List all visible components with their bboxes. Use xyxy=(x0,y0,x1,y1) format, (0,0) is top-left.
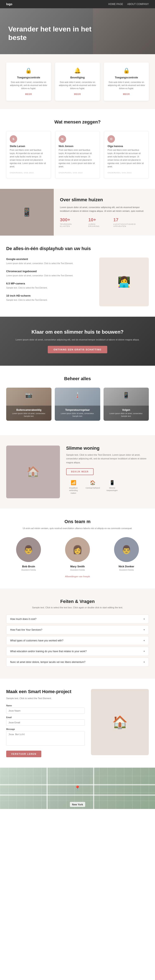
map-placeholder: 📍 New York xyxy=(0,768,155,809)
faq-question-4: What education and/or training do you ha… xyxy=(10,650,87,653)
faq-chevron-3: + xyxy=(144,639,145,642)
service-icon-label-3: Slimme toepassingen xyxy=(105,487,119,492)
cta-heading: Klaar om een slimmer huis te bouwen? xyxy=(6,329,149,335)
faq-item-2[interactable]: How Fast Are Your Services? + xyxy=(6,625,149,634)
team-heading: Ons team m xyxy=(6,519,149,524)
faq-question-5: Nunc sit amet dolor dolore, tempor iacul… xyxy=(10,661,85,663)
testimonial-2: N Nick Jonson Proin sed libero enim sed … xyxy=(55,131,100,178)
faq-chevron-1: + xyxy=(144,617,145,620)
feature-cards: 🔒 Toegangscontrole Duis aute dolor it am… xyxy=(6,62,149,101)
nav-link-home[interactable]: HOME PAGE xyxy=(108,3,123,6)
contact-heading: Maak een Smart Home-project xyxy=(6,689,85,694)
manage-cards: 📷 Buitencamerabeeldig Lorem ipsum dolor … xyxy=(6,388,149,421)
stat-number-1: 300+ xyxy=(60,217,82,223)
smart-image: 📱 xyxy=(0,189,54,235)
team-link[interactable]: Afbeeldingen van freepik xyxy=(65,575,90,578)
smart-homes-section: 📱 Over slimme huizen Lorem ipsum dolor s… xyxy=(0,189,155,235)
team-member-3: 👨 Nick Donker Assistent fotolia xyxy=(104,537,149,571)
name-input[interactable] xyxy=(6,708,85,714)
stat-label-2: JAREN ERVARING xyxy=(89,223,107,228)
allinone-feature-text-2: Lorem ipsum dolor sit amet, consectetur.… xyxy=(6,274,95,277)
services-button[interactable]: BEKIJK MEER xyxy=(66,468,93,475)
contact-image-icon: 🏠 xyxy=(112,715,128,730)
contact-section: Maak een Smart Home-project Sample text.… xyxy=(0,679,155,768)
nav-link-about[interactable]: ABOUT COMPANY xyxy=(127,3,149,6)
faq-item-1[interactable]: How much does it cost? + xyxy=(6,614,149,624)
faq-item-5[interactable]: Nunc sit amet dolor dolore, tempor iacul… xyxy=(6,657,149,667)
email-field: Email xyxy=(6,716,85,725)
feature-card-2: 🔔 Beveiliging Duis aute dolor it amet, c… xyxy=(55,62,100,101)
manage-heading: Beheer alles xyxy=(6,376,149,382)
allinone-section: De alles-in-één displayhub van uw huis G… xyxy=(0,235,155,317)
feature-icon-1: 🔒 xyxy=(10,67,47,74)
allinone-grid: Google-assistent Lorem ipsum dolor sit a… xyxy=(6,258,149,306)
email-input[interactable] xyxy=(6,719,85,725)
feature-link-2[interactable]: MEER xyxy=(74,93,81,95)
allinone-feature-title-1: Google-assistent xyxy=(6,258,95,261)
services-content: Slimme woning Sample text. Click to sele… xyxy=(66,445,149,498)
allinone-heading: De alles-in-één displayhub van uw huis xyxy=(6,246,149,251)
faq-chevron-2: + xyxy=(144,628,145,631)
hero-section: Verander het leven in het beste xyxy=(0,8,155,54)
message-input[interactable] xyxy=(6,731,85,746)
testimonial-date-3: ONDERDEEL VAN 2022 xyxy=(108,172,132,174)
name-field: Name xyxy=(6,705,85,714)
allinone-feature-text-1: Lorem ipsum dolor sit amet, consectetur.… xyxy=(6,262,95,265)
map-road-vertical-2 xyxy=(93,768,94,809)
services-icons: 📶 Draadloze verbinding maken 🏠 Centraal … xyxy=(66,480,149,498)
team-member-2: 👩 Mary Smith Assistent fotolia xyxy=(55,537,100,571)
allinone-feature-3: 6.5 MP-camera Sample text. Click to sele… xyxy=(6,282,95,290)
testimonial-name-2: Nick Jonson xyxy=(59,145,96,148)
faq-item-4[interactable]: What education and/or training do you ha… xyxy=(6,647,149,656)
submit-button[interactable]: VERSTUUR LEREN xyxy=(6,751,41,757)
faq-heading: Feiten & Vragen xyxy=(6,599,149,604)
testimonial-name-3: Olga Ivanova xyxy=(108,145,145,148)
team-avatar-1: 👨 xyxy=(16,537,41,562)
allinone-feature-4: 10 inch HD-scherm Sample text. Click to … xyxy=(6,294,95,302)
manage-card-text-3: Lorem ipsum dolor sit amet, consectetur.… xyxy=(106,412,146,418)
feature-link-1[interactable]: MEER xyxy=(25,93,32,95)
service-icon-label-2: Centraal beheerd xyxy=(85,487,100,489)
contact-text: Sample text. Click to select the Text El… xyxy=(6,697,85,700)
team-cards: 👨 Bob Bruin Assistent fotolia 👩 Mary Smi… xyxy=(6,537,149,571)
feature-title-3: Toegangscontrole xyxy=(108,76,145,79)
contact-form-container: Maak een Smart Home-project Sample text.… xyxy=(6,689,85,757)
hero-content: Verander het leven in het beste xyxy=(8,25,147,42)
hero-heading: Verander het leven in het beste xyxy=(8,25,95,42)
smart-text: Lorem ipsum dolor sit amet, consectetur … xyxy=(60,205,149,213)
feature-text-1: Duis aute dolor it amet, consectetur en … xyxy=(10,81,47,90)
testimonial-avatar-1: S xyxy=(10,135,17,143)
allinone-image: 👩‍💻 xyxy=(99,258,149,306)
service-icon-label-1: Draadloze verbinding maken xyxy=(66,487,81,495)
allinone-feature-2: Chromecast ingebouwd Lorem ipsum dolor s… xyxy=(6,270,95,277)
map-road-horizontal-2 xyxy=(0,794,155,796)
manage-card-title-1: Buitencamerabeeldig xyxy=(9,409,49,411)
team-member-1: 👨 Bob Bruin Assistent fotolia xyxy=(6,537,51,571)
feature-text-3: Duis aute dolor it amet, consectetur en … xyxy=(108,81,145,90)
faq-question-1: How much does it cost? xyxy=(10,617,36,620)
manage-card-icon-2: 🌡️ xyxy=(74,392,81,399)
manage-card-3: 📱 Volgen Lorem ipsum dolor sit amet, con… xyxy=(104,388,149,421)
cta-section: Klaar om een slimmer huis te bouwen? Lor… xyxy=(0,317,155,366)
testimonial-name-1: Stella Larsen xyxy=(10,145,47,148)
services-section: 🏠 Slimme woning Sample text. Click to se… xyxy=(0,435,155,509)
allinone-features: Google-assistent Lorem ipsum dolor sit a… xyxy=(6,258,95,306)
testimonial-text-2: Proin sed libero enim sed faucibus turpi… xyxy=(59,148,96,169)
feature-card-1: 🔒 Toegangscontrole Duis aute dolor it am… xyxy=(6,62,51,101)
email-label: Email xyxy=(6,716,85,719)
testimonial-avatar-2: N xyxy=(59,135,66,143)
faq-chevron-4: + xyxy=(144,650,145,653)
services-heading: Slimme woning xyxy=(66,445,149,451)
smart-content: Over slimme huizen Lorem ipsum dolor sit… xyxy=(54,189,155,235)
cta-button[interactable]: ONTVANG EEN GRATIS SCHATTING xyxy=(48,346,107,353)
manage-card-2: 🌡️ Temperatuurregelaar Lorem ipsum dolor… xyxy=(55,388,100,421)
faq-item-3[interactable]: What types of customers have you worked … xyxy=(6,636,149,645)
services-image: 🏠 xyxy=(6,445,60,498)
feature-link-3[interactable]: MEER xyxy=(123,93,130,95)
service-icon-2: 🏠 Centraal beheerd xyxy=(85,480,100,498)
feature-cards-section: 🔒 Toegangscontrole Duis aute dolor it am… xyxy=(0,54,155,109)
map-road-vertical-1 xyxy=(46,768,48,809)
team-name-3: Nick Donker xyxy=(104,565,149,568)
allinone-image-icon: 👩‍💻 xyxy=(118,276,130,288)
faq-question-2: How Fast Are Your Services? xyxy=(10,628,42,631)
